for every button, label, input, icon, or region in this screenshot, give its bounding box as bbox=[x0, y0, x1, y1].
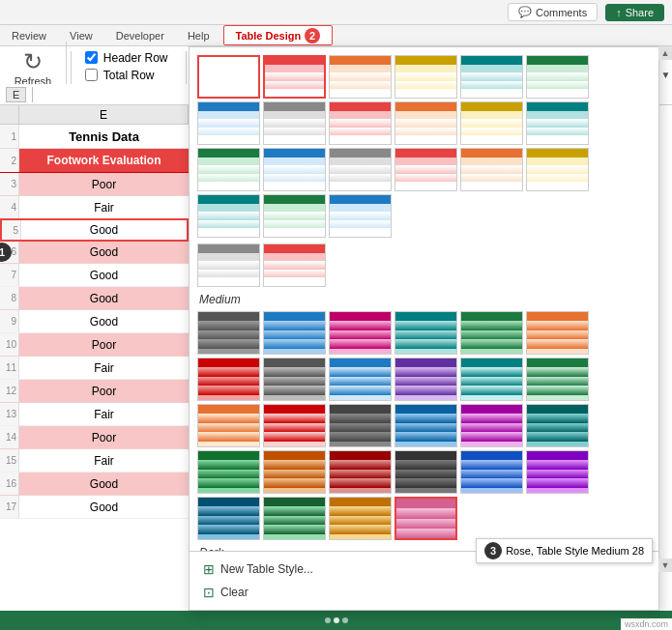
style-thumb-med-purple-2[interactable] bbox=[394, 358, 457, 401]
style-thumb-light-teal-1[interactable] bbox=[460, 55, 523, 99]
style-tooltip: 3 Rose, Table Style Medium 28 bbox=[476, 538, 653, 563]
style-thumb-med-red-1[interactable] bbox=[197, 358, 260, 401]
style-thumb-med-orange-3[interactable] bbox=[263, 450, 326, 494]
style-thumb-light-yellow-3[interactable] bbox=[526, 148, 589, 191]
header-row-checkbox[interactable] bbox=[85, 51, 98, 64]
style-thumb-light-red-4[interactable] bbox=[263, 243, 326, 287]
style-thumb-light-blue-2[interactable] bbox=[263, 148, 326, 191]
style-thumb-med-red-2[interactable] bbox=[263, 404, 326, 447]
style-thumb-light-green-3[interactable] bbox=[263, 194, 326, 238]
status-dot-1 bbox=[325, 617, 331, 623]
style-thumb-med-blue-4[interactable] bbox=[460, 450, 523, 494]
style-thumb-light-red-2[interactable] bbox=[329, 101, 392, 145]
row-fair-2-cell[interactable]: Fair bbox=[19, 357, 189, 379]
style-thumb-med-orange-1[interactable] bbox=[526, 311, 589, 355]
share-button[interactable]: ↑ Share bbox=[605, 4, 664, 21]
tab-table-design[interactable]: Table Design 2 bbox=[223, 25, 334, 45]
style-thumb-rose-pink[interactable] bbox=[394, 497, 457, 540]
style-thumb-med-blue-2[interactable] bbox=[329, 358, 392, 401]
style-thumb-light-teal-3[interactable] bbox=[197, 194, 260, 238]
clear-icon: ⊡ bbox=[203, 585, 215, 600]
style-thumb-light-yellow-1[interactable] bbox=[394, 55, 457, 99]
style-thumb-med-teal-3[interactable] bbox=[526, 404, 589, 447]
row-good-3-cell[interactable]: Good bbox=[19, 287, 189, 309]
style-thumb-med-red-3[interactable] bbox=[329, 450, 392, 494]
badge-3: 3 bbox=[484, 542, 502, 559]
cell-reference-box[interactable]: E bbox=[6, 87, 26, 102]
row-good-5-cell[interactable]: Good bbox=[19, 472, 189, 495]
chevron-up-icon: ▲ bbox=[661, 48, 670, 58]
style-thumb-med-blue-3[interactable] bbox=[394, 404, 457, 447]
tab-help[interactable]: Help bbox=[176, 25, 221, 45]
total-row-label: Total Row bbox=[103, 69, 155, 82]
row-fair-1-cell[interactable]: Fair bbox=[19, 196, 189, 218]
row-good-4-cell[interactable]: Good bbox=[19, 310, 189, 332]
style-thumb-med-orange-2[interactable] bbox=[197, 404, 260, 447]
row-good-6-cell[interactable]: Good bbox=[19, 496, 189, 518]
style-thumb-light-gray-4[interactable] bbox=[197, 243, 260, 287]
style-thumb-light-blue-1[interactable] bbox=[197, 101, 260, 145]
comments-icon: 💬 bbox=[518, 6, 532, 18]
style-thumb-light-gray-3[interactable] bbox=[329, 148, 392, 191]
row-poor-2-cell[interactable]: Poor bbox=[19, 333, 189, 356]
style-thumb-light-teal-2[interactable] bbox=[526, 101, 589, 145]
chevron-down-icon: ▼ bbox=[661, 70, 671, 80]
scroll-down-arrow[interactable]: ▼ bbox=[658, 558, 672, 572]
style-thumb-med-green-2[interactable] bbox=[526, 358, 589, 401]
light-extra-row bbox=[197, 243, 651, 287]
row-good-badge-cell[interactable]: Good 1 bbox=[19, 241, 189, 263]
tab-developer[interactable]: Developer bbox=[104, 25, 176, 45]
header-row-label: Header Row bbox=[103, 51, 168, 65]
total-row-checkbox[interactable] bbox=[85, 69, 98, 81]
style-thumb-med-green-3[interactable] bbox=[197, 450, 260, 494]
style-thumb-light-blue-3[interactable] bbox=[329, 194, 392, 238]
style-thumb-med-teal-1[interactable] bbox=[394, 311, 457, 355]
refresh-button[interactable]: ↻ Refresh bbox=[15, 50, 52, 87]
footwork-evaluation-header: Footwork Evaluation bbox=[19, 149, 189, 172]
row-fair-3-cell[interactable]: Fair bbox=[19, 403, 189, 425]
scroll-up-arrow[interactable]: ▲ bbox=[658, 46, 672, 60]
data-row-fair-3: 13 Fair bbox=[0, 403, 189, 426]
style-thumb-med-magenta-1[interactable] bbox=[329, 311, 392, 355]
row-poor-3-cell[interactable]: Poor bbox=[19, 380, 189, 402]
row-good-2-cell[interactable]: Good bbox=[19, 264, 189, 286]
tab-badge-2: 2 bbox=[305, 28, 320, 43]
comments-button[interactable]: 💬 Comments bbox=[508, 3, 598, 21]
row-poor-1-cell[interactable]: Poor bbox=[19, 173, 189, 195]
status-dot-3 bbox=[342, 617, 348, 623]
row-good-selected-cell[interactable]: Good bbox=[21, 220, 187, 240]
style-thumb-med-purple-3[interactable] bbox=[460, 404, 523, 447]
top-bar: 💬 Comments ↑ Share bbox=[0, 0, 672, 25]
style-thumb-light-gray-2[interactable] bbox=[263, 101, 326, 145]
tennis-data-title: Tennis Data bbox=[19, 125, 189, 148]
new-table-style-icon: ⊞ bbox=[203, 561, 215, 577]
header-row-checkbox-label[interactable]: Header Row bbox=[85, 51, 176, 65]
style-thumb-light-red-3[interactable] bbox=[394, 148, 457, 191]
style-thumb-med-gray-4[interactable] bbox=[394, 450, 457, 494]
style-thumb-med-blue-1[interactable] bbox=[263, 311, 326, 355]
style-thumb-med-teal-4[interactable] bbox=[197, 497, 260, 540]
row-poor-4-cell[interactable]: Poor bbox=[19, 426, 189, 448]
clear-action[interactable]: ⊡ Clear bbox=[197, 581, 651, 604]
styles-scroll-area[interactable]: Medium bbox=[190, 47, 658, 551]
style-thumb-med-gray-2[interactable] bbox=[263, 358, 326, 401]
style-thumb-med-green-4[interactable] bbox=[263, 497, 326, 540]
row-fair-4-cell[interactable]: Fair bbox=[19, 449, 189, 472]
style-thumb-med-orange-4[interactable] bbox=[329, 497, 392, 540]
style-thumb-med-gray-3[interactable] bbox=[329, 404, 392, 447]
style-thumb-light-green-2[interactable] bbox=[197, 148, 260, 191]
style-thumb-med-green-1[interactable] bbox=[460, 311, 523, 355]
style-thumb-light-red-1[interactable] bbox=[263, 55, 326, 99]
style-thumb-none[interactable] bbox=[197, 55, 260, 99]
data-row-good-selected[interactable]: 5 Good bbox=[0, 218, 189, 242]
style-thumb-light-green-1[interactable] bbox=[526, 55, 589, 99]
style-thumb-light-orange-1[interactable] bbox=[329, 55, 392, 99]
style-thumb-med-purple-4[interactable] bbox=[526, 450, 589, 494]
status-dots-container bbox=[325, 617, 348, 623]
style-thumb-med-gray-1[interactable] bbox=[197, 311, 260, 355]
style-thumb-light-orange-2[interactable] bbox=[394, 101, 457, 145]
style-thumb-med-teal-2[interactable] bbox=[460, 358, 523, 401]
style-thumb-light-orange-3[interactable] bbox=[460, 148, 523, 191]
total-row-checkbox-label[interactable]: Total Row bbox=[85, 69, 176, 82]
style-thumb-light-yellow-2[interactable] bbox=[460, 101, 523, 145]
